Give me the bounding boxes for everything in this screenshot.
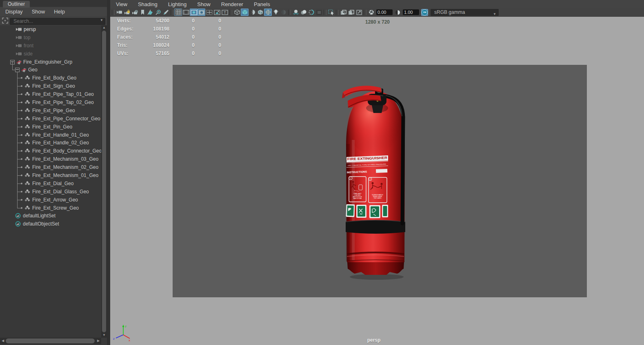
depth-of-field-icon[interactable] <box>307 9 315 16</box>
menu-display[interactable]: Display <box>5 9 23 15</box>
tree-item-mesh[interactable]: Fire_Ext_Mechanism_03_Geo <box>0 155 101 163</box>
gamma-field[interactable]: 1.00 <box>403 9 419 15</box>
scroll-up-icon[interactable]: ▲ <box>101 25 107 30</box>
motion-blur-icon[interactable] <box>300 9 307 16</box>
search-input[interactable] <box>10 18 105 25</box>
wireframe-on-shaded-icon[interactable] <box>264 9 272 16</box>
image-plane-icon[interactable] <box>147 9 154 16</box>
hud-col2: 0 <box>169 17 195 25</box>
tree-item-persp[interactable]: persp <box>0 25 101 33</box>
panel-divider[interactable] <box>107 0 110 345</box>
tree-item-mesh[interactable]: Fire_Ext_Pipe_Geo <box>0 106 101 115</box>
menu-shading[interactable]: Shading <box>138 1 158 7</box>
exposure-field[interactable]: 0.00 <box>376 9 393 15</box>
safe-title-icon[interactable]: T <box>221 9 229 16</box>
filter-icon[interactable] <box>1 17 9 24</box>
isolate-select-icon[interactable] <box>327 9 335 16</box>
gate-mask-icon[interactable] <box>198 9 205 16</box>
film-gate-icon[interactable] <box>182 9 190 16</box>
field-chart-icon[interactable] <box>205 9 213 16</box>
hud-col2: 0 <box>169 25 195 33</box>
resolution-gate-icon[interactable] <box>190 9 198 16</box>
tree-item-mesh[interactable]: Fire_Ext_Dial_Geo <box>0 179 101 188</box>
adjust-icon[interactable] <box>355 9 363 16</box>
xray-icon[interactable] <box>340 9 347 16</box>
textured-icon[interactable] <box>256 9 264 16</box>
search-dropdown-icon[interactable]: ▼ <box>100 18 103 22</box>
grease-pencil-icon[interactable] <box>162 9 170 16</box>
scroll-down-icon[interactable]: ▼ <box>101 333 107 338</box>
tree-connector <box>21 126 22 128</box>
tree-item-mesh[interactable]: Fire_Ext_Handle_01_Geo <box>0 131 101 139</box>
menu-help[interactable]: Help <box>54 9 65 15</box>
tree-item-mesh[interactable]: Fire_Ext_Dial_Glass_Geo <box>0 188 101 196</box>
wireframe-icon[interactable] <box>233 9 241 16</box>
tree-item-mesh[interactable]: Fire_Ext_Body_Geo <box>0 74 101 82</box>
horizontal-scroll-thumb[interactable] <box>6 338 95 343</box>
polycount-hud: Verts:5420000 Edges:10819800 Faces:54012… <box>117 17 221 58</box>
fire-extinguisher-model[interactable]: FIRE EXTINGUISHER DRY CHEMICAL TYPE STOR… <box>341 83 411 283</box>
xray-joints-icon[interactable] <box>347 9 355 16</box>
contrast-icon[interactable] <box>394 9 402 16</box>
tree-item-mesh[interactable]: Fire_Ext_Body_Connector_Geo <box>0 147 101 155</box>
menu-lighting[interactable]: Lighting <box>168 1 187 7</box>
bookmarks-icon[interactable] <box>139 9 147 16</box>
tree-item-mesh[interactable]: Fire_Ext_Arrow_Geo <box>0 196 101 204</box>
outliner-tab[interactable]: Outliner <box>3 1 30 8</box>
fog-icon[interactable] <box>315 9 323 16</box>
tree-item-label: Fire_Ext_Mechanism_03_Geo <box>32 156 98 162</box>
mesh-icon <box>24 140 30 146</box>
tree-item-mesh[interactable]: Fire_Ext_Pipe_Connector_Geo <box>0 115 101 123</box>
menu-panels[interactable]: Panels <box>254 1 270 7</box>
resolution-gate-region[interactable]: FIRE EXTINGUISHER DRY CHEMICAL TYPE STOR… <box>173 65 587 297</box>
tree-item-label: Fire_Ext_Body_Connector_Geo <box>32 148 101 154</box>
grid-icon[interactable] <box>174 9 182 16</box>
toolbar-separator <box>336 10 339 15</box>
colorspace-value: sRGB gamma <box>434 9 465 15</box>
tree-item-top[interactable]: top <box>0 33 101 42</box>
scroll-right-icon[interactable]: ▶ <box>95 338 101 344</box>
smooth-shade-icon[interactable] <box>241 9 249 16</box>
shadows-icon[interactable] <box>280 9 287 16</box>
mesh-icon <box>24 197 30 203</box>
menu-show[interactable]: Show <box>32 9 45 15</box>
tree-item-geo[interactable]: Geo <box>0 66 101 74</box>
tree-item-label: top <box>24 35 31 40</box>
scroll-left-icon[interactable]: ◀ <box>0 338 6 344</box>
colorspace-dropdown[interactable]: sRGB gamma ▼ <box>431 9 499 16</box>
use-default-material-icon[interactable] <box>249 9 256 16</box>
camera-attributes-icon[interactable] <box>131 9 139 16</box>
menu-view[interactable]: View <box>116 1 127 7</box>
tree-item-mesh[interactable]: Fire_Ext_Sign_Geo <box>0 82 101 90</box>
vertical-scroll-thumb[interactable] <box>102 31 106 332</box>
tree-item-set[interactable]: defaultObjectSet <box>0 220 101 228</box>
occlusion-icon[interactable] <box>292 9 300 16</box>
menu-renderer[interactable]: Renderer <box>221 1 243 7</box>
tree-item-set[interactable]: defaultLightSet <box>0 212 101 220</box>
outliner-search-row: ▼ <box>0 16 107 25</box>
tree-item-mesh[interactable]: Fire_Ext_Handle_02_Geo <box>0 139 101 147</box>
tree-connector <box>21 207 22 209</box>
lights-icon[interactable] <box>272 9 280 16</box>
menu-show[interactable]: Show <box>197 1 211 7</box>
viewport-canvas[interactable]: Verts:5420000 Edges:10819800 Faces:54012… <box>110 17 644 345</box>
color-managed-toggle[interactable]: ON <box>421 9 428 16</box>
tree-item-mesh[interactable]: Fire_Ext_Pin_Geo <box>0 123 101 131</box>
tree-item-front[interactable]: front <box>0 42 101 50</box>
tree-item-mesh[interactable]: Fire_Ext_Pipe_Tap_01_Geo <box>0 90 101 98</box>
vertical-scrollbar[interactable]: ▲ ▼ <box>101 25 107 338</box>
tree-item-mesh[interactable]: Fire_Ext_Pipe_Tap_02_Geo <box>0 98 101 106</box>
outliner-menubar: Display Show Help <box>0 7 107 16</box>
tree-item-mesh[interactable]: Fire_Ext_Mechanism_01_Geo <box>0 171 101 179</box>
tree-item-label: Fire_Ext_Handle_01_Geo <box>32 132 89 138</box>
select-camera-icon[interactable] <box>115 9 123 16</box>
tree-item-label: Fire_Ext_Arrow_Geo <box>32 197 78 203</box>
horizontal-scrollbar[interactable]: ◀ ▶ <box>0 338 101 344</box>
safe-action-icon[interactable] <box>213 9 221 16</box>
exposure-icon[interactable] <box>367 9 375 16</box>
lock-camera-icon[interactable] <box>123 9 131 16</box>
pan-zoom-icon[interactable] <box>154 9 162 16</box>
tree-item-mesh[interactable]: Fire_Ext_Screw_Geo <box>0 204 101 212</box>
tree-item-mesh[interactable]: Fire_Ext_Mechanism_02_Geo <box>0 163 101 171</box>
tree-item-side[interactable]: side <box>0 50 101 58</box>
